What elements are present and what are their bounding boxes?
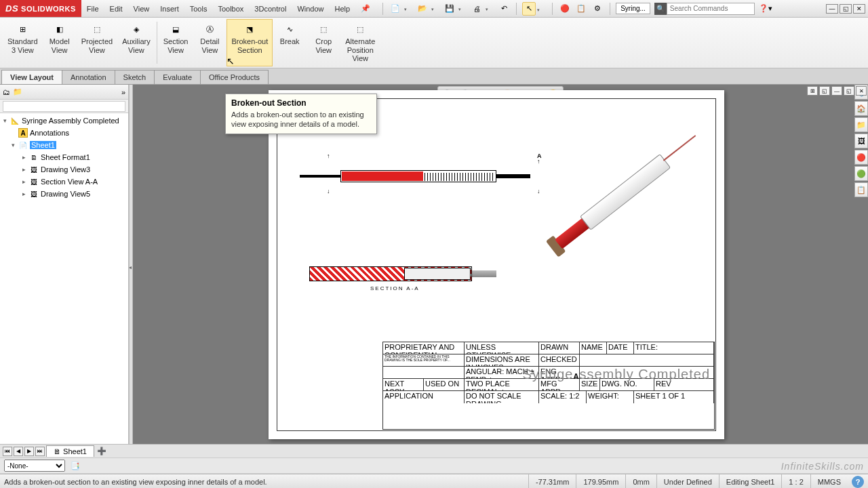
model-view-icon: ◧ [52, 22, 68, 36]
undo-icon[interactable]: ↶ [497, 2, 511, 16]
menu-window[interactable]: Window [292, 0, 329, 17]
tab-sketch[interactable]: Sketch [115, 70, 155, 84]
print-icon[interactable]: 🖨 [470, 2, 484, 16]
tab-view-layout[interactable]: View Layout [1, 70, 62, 84]
menu-file[interactable]: File [81, 0, 104, 17]
command-manager-tabs: View Layout Annotation Sketch Evaluate O… [0, 68, 868, 85]
tab-annotation[interactable]: Annotation [62, 70, 115, 84]
drawing-view-main[interactable]: ↑ ↓ A ↑ ↓ [300, 158, 537, 192]
menu-toolbox[interactable]: Toolbox [212, 0, 249, 17]
expand-icon[interactable]: ▸ [20, 190, 27, 197]
filter-row [0, 100, 128, 113]
collapse-icon[interactable]: ▾ [9, 142, 16, 148]
auxiliary-view-button[interactable]: ◈Auxiliary View [117, 19, 155, 66]
broken-out-section-button[interactable]: ⬔Broken-out Section [226, 19, 273, 66]
expand-icon[interactable]: ▸ [20, 178, 27, 185]
rebuild-icon[interactable]: 🔴 [558, 2, 572, 16]
tree-filter-input[interactable] [3, 101, 125, 112]
tooltip-body: Adds a broken-out section to an existing… [231, 110, 371, 129]
model-view-button[interactable]: ◧Model View [43, 19, 77, 66]
drawing-sheet[interactable]: ↑ ↓ A ↑ ↓ SECTION A-A [269, 90, 724, 439]
separator [157, 22, 157, 64]
restore-button[interactable]: ◱ [840, 4, 852, 14]
sheet-nav-prev[interactable]: ◀ [14, 447, 23, 456]
minimize-button[interactable]: — [826, 4, 838, 14]
break-button[interactable]: ∿Break [273, 19, 307, 66]
tree-root[interactable]: ▾ 📐 Syringe Assembly Completed [0, 115, 128, 127]
crop-view-button[interactable]: ⬚Crop View [307, 19, 340, 66]
menu-help[interactable]: Help [330, 0, 356, 17]
doc-tile-icon[interactable]: ⊞ [807, 86, 818, 96]
status-units[interactable]: MMGS [810, 474, 848, 488]
status-defined: Under Defined [656, 474, 719, 488]
menu-view[interactable]: View [128, 0, 155, 17]
settings-icon[interactable]: ⚙ [591, 2, 604, 16]
tb-usedon: USED ON [424, 379, 465, 390]
section-view-button[interactable]: ⬓Section View [159, 19, 193, 66]
sheet-icon: 📄 [18, 140, 28, 150]
sheet-nav-next[interactable]: ▶ [24, 447, 34, 456]
new-icon[interactable]: 📄 [389, 2, 402, 16]
expand-icon[interactable]: ▸ [20, 154, 27, 161]
tree-item-drawing-view3[interactable]: ▸ 🖼 Drawing View3 [0, 163, 128, 176]
open-icon[interactable]: 📂 [416, 2, 429, 16]
document-tab[interactable]: Syring... [616, 3, 650, 14]
layer-filter-select[interactable]: -None- [4, 460, 65, 472]
section-inner [404, 268, 471, 280]
tab-office-products[interactable]: Office Products [200, 70, 269, 84]
drawing-canvas[interactable]: ⊞ ◱ — ◱ ✕ 🔍 🔎 ↩ ✂ 🎨 👁▾ ⚬▾ 🟡 [133, 85, 868, 444]
help-dropdown-icon[interactable]: ❓▾ [759, 2, 772, 16]
tree-item-sheet-format[interactable]: ▸ 🗎 Sheet Format1 [0, 151, 128, 163]
doc-restore-button[interactable]: ◱ [844, 86, 854, 96]
expand-icon[interactable]: ▸ [20, 166, 27, 173]
status-x: -77.31mm [528, 474, 576, 488]
doc-close-button[interactable]: ✕ [856, 86, 867, 96]
view-icon: 🖼 [29, 177, 39, 186]
property-tab-icon[interactable]: 📁 [13, 87, 22, 96]
detail-view-button[interactable]: ⒶDetail View [193, 19, 226, 66]
tree-item-drawing-view5[interactable]: ▸ 🖼 Drawing View5 [0, 188, 128, 200]
menu-tools[interactable]: Tools [184, 0, 213, 17]
projected-view-button[interactable]: ⬚Projected View [77, 19, 117, 66]
sheet-nav-first[interactable]: ⏮ [3, 447, 12, 456]
save-icon[interactable]: 💾 [443, 2, 456, 16]
taskpane-appearances-icon[interactable]: 🔴 [854, 150, 868, 165]
tree-item-sheet1[interactable]: ▾ 📄 Sheet1 [0, 139, 128, 151]
taskpane-clipboard-icon[interactable]: 📋 [854, 182, 868, 197]
taskpane-file-explorer-icon[interactable]: 📁 [854, 117, 868, 132]
taskpane-design-library-icon[interactable]: 🏠 [854, 101, 868, 116]
title-block[interactable]: PROPRIETARY AND CONFIDENTIAL UNLESS OTHE… [382, 342, 715, 430]
panel-collapse-icon[interactable]: » [121, 88, 125, 96]
layer-props-icon[interactable]: 📑 [69, 460, 81, 472]
sheet-tab-sheet1[interactable]: 🗎 Sheet1 [46, 445, 94, 457]
section-view-aa[interactable]: SECTION A-A [309, 260, 499, 287]
tb-name-header: NAME [580, 342, 607, 354]
isometric-view[interactable] [534, 124, 704, 266]
tab-evaluate[interactable]: Evaluate [154, 70, 201, 84]
menu-edit[interactable]: Edit [104, 0, 128, 17]
menu-insert[interactable]: Insert [155, 0, 184, 17]
doc-minimize-button[interactable]: — [831, 86, 842, 96]
feature-tree-tab-icon[interactable]: 🗂 [3, 88, 10, 96]
taskpane-custom-props-icon[interactable]: 🟢 [854, 166, 868, 181]
sheet-nav-last[interactable]: ⏭ [35, 447, 45, 456]
standard-3-view-button[interactable]: ⊞Standard 3 View [3, 19, 43, 66]
search-input[interactable] [667, 3, 755, 15]
tree-item-section-view[interactable]: ▸ 🖼 Section View A-A [0, 176, 128, 188]
menu-3dcontrol[interactable]: 3Dcontrol [249, 0, 292, 17]
app-name: SOLIDWORKS [21, 5, 76, 13]
window-controls: — ◱ ✕ [826, 4, 868, 14]
status-help-icon[interactable]: ? [852, 476, 864, 488]
tree-item-annotations[interactable]: A Annotations [0, 127, 128, 139]
alternate-position-view-button[interactable]: ⬚Alternate Position View [340, 19, 380, 66]
titlebar: DSSOLIDWORKS File Edit View Insert Tools… [0, 0, 868, 18]
menu-pin-icon[interactable]: 📌 [355, 0, 376, 17]
doc-cascade-icon[interactable]: ◱ [819, 86, 830, 96]
collapse-icon[interactable]: ▾ [1, 117, 8, 124]
select-icon[interactable]: ↖ [522, 2, 536, 16]
add-sheet-icon[interactable]: ➕ [96, 446, 108, 457]
close-button[interactable]: ✕ [853, 4, 865, 14]
separator [516, 3, 517, 15]
taskpane-view-palette-icon[interactable]: 🖼 [854, 134, 868, 148]
options-icon[interactable]: 📋 [574, 2, 588, 16]
